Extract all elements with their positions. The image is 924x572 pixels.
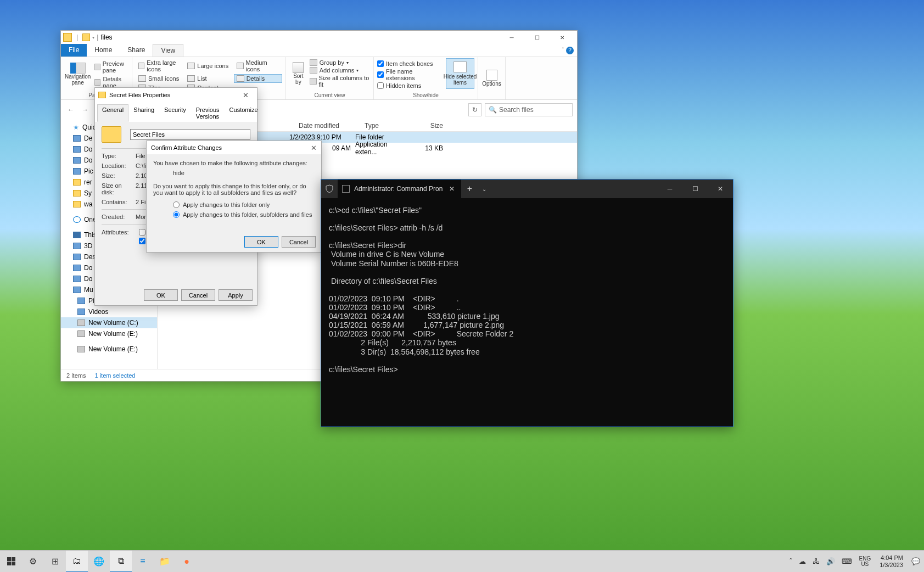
cancel-button[interactable]: Cancel: [282, 236, 316, 248]
explorer-titlebar[interactable]: | ▾ | files ─ ☐ ✕: [61, 31, 577, 44]
taskbar: ⚙ ⊞ 🗂 🌐 ⧉ ≡ 📁 ● ˆ ☁ 🖧 🔊 ⌨ ENG US 4:04 PM…: [0, 550, 924, 572]
folder-icon: [73, 135, 81, 142]
ok-button[interactable]: OK: [244, 236, 278, 248]
group-label-show-hide: Show/hide: [377, 92, 474, 98]
column-size[interactable]: Size: [415, 122, 448, 130]
volume-icon[interactable]: 🔊: [825, 557, 837, 565]
edge-browser-icon[interactable]: 🌐: [88, 551, 110, 573]
layout-large[interactable]: Large icons: [184, 58, 233, 74]
layout-medium[interactable]: Medium icons: [234, 58, 282, 74]
back-button[interactable]: ←: [65, 104, 76, 115]
column-type[interactable]: Type: [360, 122, 415, 130]
tray-overflow-icon[interactable]: ˆ: [788, 557, 793, 565]
onedrive-icon[interactable]: ☁: [797, 557, 808, 565]
tab-sharing[interactable]: Sharing: [128, 104, 159, 122]
vscode-icon[interactable]: ≡: [132, 551, 154, 573]
search-input[interactable]: 🔍 Search files: [485, 103, 573, 116]
notifications-icon[interactable]: 💬: [910, 557, 922, 565]
file-name-extensions-checkbox[interactable]: File name extensions: [377, 68, 443, 81]
radio-folder-only[interactable]: Apply changes to this folder only: [173, 201, 315, 208]
layout-list[interactable]: List: [184, 74, 233, 83]
dialog-titlebar[interactable]: Secret Files Properties ✕: [95, 88, 257, 102]
layout-icon: [187, 75, 195, 82]
tab-general[interactable]: General: [97, 104, 128, 122]
terminal-icon[interactable]: ⧉: [110, 551, 132, 573]
close-button[interactable]: ✕: [708, 180, 733, 198]
add-columns-button[interactable]: Add columns ▾: [310, 67, 370, 74]
minimize-button[interactable]: ─: [499, 31, 524, 44]
tab-close-button[interactable]: ✕: [447, 185, 457, 193]
settings-icon[interactable]: ⚙: [22, 551, 44, 573]
minimize-button[interactable]: ─: [657, 180, 682, 198]
close-button[interactable]: ✕: [550, 31, 575, 44]
folder-icon: [73, 254, 81, 260]
maximize-button[interactable]: ☐: [682, 180, 708, 198]
lang-secondary: US: [861, 562, 869, 567]
keyboard-icon[interactable]: ⌨: [840, 557, 854, 565]
sidebar-item-volume-e[interactable]: New Volume (E:): [61, 328, 157, 339]
preview-pane-button[interactable]: Preview pane: [94, 60, 128, 74]
tab-dropdown-button[interactable]: ⌄: [478, 180, 491, 198]
hide-selected-items-button[interactable]: Hide selected items: [446, 58, 474, 89]
tab-share[interactable]: Share: [120, 44, 153, 57]
apply-button[interactable]: Apply: [219, 289, 253, 301]
column-date[interactable]: Date modified: [294, 122, 360, 130]
tab-customize[interactable]: Customize: [225, 104, 263, 122]
navigation-pane-button[interactable]: Navigation pane: [64, 58, 91, 90]
tab-view[interactable]: View: [153, 44, 183, 57]
layout-details[interactable]: Details: [234, 74, 282, 83]
item-check-boxes-checkbox[interactable]: Item check boxes: [377, 60, 443, 67]
task-view-icon[interactable]: ⊞: [44, 551, 66, 573]
radio-folder-subfolders-files[interactable]: Apply changes to this folder, subfolders…: [173, 211, 315, 218]
clock[interactable]: 4:04 PM 1/3/2023: [876, 554, 906, 568]
new-tab-button[interactable]: +: [461, 180, 478, 198]
language-indicator[interactable]: ENG US: [857, 556, 873, 567]
group-by-button[interactable]: Group by ▾: [310, 59, 370, 66]
ok-button[interactable]: OK: [144, 289, 178, 301]
sidebar-item-volume-c[interactable]: New Volume (C:): [61, 317, 157, 328]
network-icon[interactable]: 🖧: [811, 557, 821, 565]
refresh-button[interactable]: ↻: [468, 103, 481, 116]
tab-previous-versions[interactable]: Previous Versions: [191, 104, 225, 122]
folder-icon: [73, 265, 81, 271]
folder-icon: [63, 33, 72, 42]
start-button[interactable]: [0, 551, 22, 573]
tab-home[interactable]: Home: [87, 44, 120, 57]
forward-button[interactable]: →: [80, 104, 91, 115]
terminal-tab-label: Administrator: Command Pron: [354, 185, 443, 193]
maximize-button[interactable]: ☐: [524, 31, 550, 44]
size-columns-label: Size all columns to fit: [319, 75, 370, 88]
clock-date: 1/3/2023: [880, 562, 903, 568]
layout-small[interactable]: Small icons: [136, 74, 184, 83]
layout-extra-large[interactable]: Extra large icons: [136, 58, 184, 74]
qat-dropdown-icon[interactable]: ▾: [92, 35, 94, 40]
dialog-titlebar[interactable]: Confirm Attribute Changes ✕: [147, 141, 321, 154]
layout-label: Extra large icons: [147, 59, 181, 72]
options-button[interactable]: Options: [478, 57, 506, 99]
cancel-button[interactable]: Cancel: [181, 289, 215, 301]
folder-name-input[interactable]: [130, 129, 250, 140]
folder-icon[interactable]: 📁: [154, 551, 176, 573]
group-label-current-view: Current view: [289, 92, 370, 98]
tab-file[interactable]: File: [61, 44, 87, 57]
terminal-tab[interactable]: Administrator: Command Pron ✕: [338, 180, 461, 198]
layout-label: Large icons: [197, 63, 228, 69]
sidebar-item-videos[interactable]: Videos: [61, 306, 157, 317]
tab-security[interactable]: Security: [159, 104, 191, 122]
sidebar-item-volume-e[interactable]: New Volume (E:): [61, 344, 157, 355]
file-explorer-icon[interactable]: 🗂: [66, 551, 88, 573]
firefox-icon[interactable]: ●: [176, 551, 198, 573]
help-icon[interactable]: ?: [566, 47, 574, 54]
close-button[interactable]: ✕: [237, 91, 254, 99]
sidebar-item-label: New Volume (C:): [88, 319, 138, 327]
ribbon-collapse-icon[interactable]: ˆ: [562, 47, 564, 53]
close-button[interactable]: ✕: [311, 144, 317, 152]
size-all-columns-button[interactable]: Size all columns to fit: [310, 75, 370, 88]
hidden-items-checkbox[interactable]: Hidden items: [377, 82, 443, 89]
status-selected: 1 item selected: [94, 372, 135, 379]
dialog-title: Secret Files Properties: [109, 92, 170, 98]
terminal-output[interactable]: c:\>cd c:\files\"Secret Files" c:\files\…: [321, 198, 733, 382]
folder-icon: [73, 201, 81, 208]
sidebar-item-label: New Volume (E:): [88, 330, 138, 338]
sort-by-button[interactable]: Sort by: [289, 58, 307, 89]
